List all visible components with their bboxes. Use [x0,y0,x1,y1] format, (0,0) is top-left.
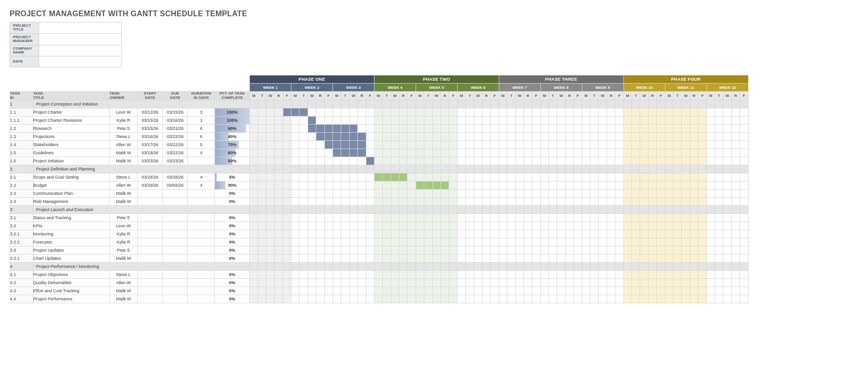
dow-cell: R [565,92,573,100]
gantt-cell [665,246,673,255]
gantt-cell [698,149,707,157]
gantt-cell [383,263,391,271]
gantt-cell [491,238,499,246]
gantt-cell [515,271,524,279]
task-id: 3 [10,206,33,214]
gantt-cell [324,222,332,230]
gantt-cell [341,214,349,222]
gantt-cell [715,117,723,125]
task-pct: 5% [215,173,250,181]
gantt-table: PHASE ONEPHASE TWOPHASE THREEPHASE FOURW… [10,75,749,303]
meta-value[interactable] [39,33,122,45]
gantt-cell [615,238,623,246]
gantt-cell [615,125,623,133]
gantt-cell [308,246,316,255]
gantt-cell [515,157,524,165]
gantt-cell [399,133,407,141]
gantt-cell [507,133,515,141]
dow-cell: W [599,92,607,100]
gantt-cell [308,198,316,206]
gantt-cell [698,230,707,238]
gantt-cell [358,149,366,157]
gantt-cell [491,279,499,287]
gantt-cell [740,295,749,303]
gantt-cell [532,222,540,230]
gantt-cell [474,117,482,125]
dow-cell: T [258,92,266,100]
gantt-cell [715,238,723,246]
task-title: Stakeholders [33,141,109,149]
gantt-cell [565,214,573,222]
gantt-cell [308,133,316,141]
gantt-cell [557,141,565,149]
gantt-cell [449,173,457,181]
gantt-cell [491,149,499,157]
gantt-cell [607,255,615,263]
gantt-cell [358,108,366,117]
gantt-cell [565,279,573,287]
gantt-cell [698,255,707,263]
gantt-cell [524,271,532,279]
gantt-cell [266,295,274,303]
gantt-cell [383,255,391,263]
gantt-cell [391,255,399,263]
gantt-cell [723,173,731,181]
gantt-cell [657,108,665,117]
gantt-cell [250,238,258,246]
gantt-cell [590,108,599,117]
gantt-cell [540,181,548,190]
gantt-cell [665,230,673,238]
gantt-cell [632,238,640,246]
gantt-cell [648,165,656,173]
gantt-cell [673,206,681,214]
gantt-cell [283,230,291,238]
gantt-cell [740,117,749,125]
gantt-cell [366,100,374,108]
gantt-cell [416,295,424,303]
gantt-cell [499,295,507,303]
gantt-cell [549,222,557,230]
gantt-cell [740,214,749,222]
gantt-cell [466,133,474,141]
gantt-cell [582,287,590,295]
gantt-cell [740,279,749,287]
gantt-cell [698,238,707,246]
dow-cell: R [607,92,615,100]
gantt-cell [499,100,507,108]
gantt-cell [332,287,341,295]
gantt-cell [574,255,582,263]
gantt-cell [599,222,607,230]
gantt-cell [648,125,656,133]
gantt-cell [275,238,283,246]
gantt-cell [715,246,723,255]
gantt-cell [466,100,474,108]
gantt-cell [283,263,291,271]
task-owner: Kylie R [109,117,138,125]
gantt-cell [690,206,698,214]
meta-value[interactable] [39,45,122,56]
meta-value[interactable] [39,22,122,34]
gantt-cell [657,165,665,173]
gantt-cell [341,222,349,230]
dow-cell: M [457,92,465,100]
gantt-cell [582,271,590,279]
week-header: WEEK 7 [499,84,540,92]
gantt-cell [673,214,681,222]
gantt-cell [582,198,590,206]
gantt-cell [424,222,432,230]
gantt-cell [698,214,707,222]
gantt-cell [275,141,283,149]
gantt-cell [399,173,407,181]
gantt-cell [549,157,557,165]
gantt-cell [607,141,615,149]
gantt-cell [474,125,482,133]
gantt-cell [291,255,299,263]
gantt-cell [532,173,540,181]
meta-value[interactable] [39,56,122,67]
gantt-cell [482,141,490,149]
gantt-cell [416,165,424,173]
gantt-cell [648,246,656,255]
gantt-cell [515,141,524,149]
task-owner: Malik M [109,255,138,263]
gantt-cell [374,125,382,133]
